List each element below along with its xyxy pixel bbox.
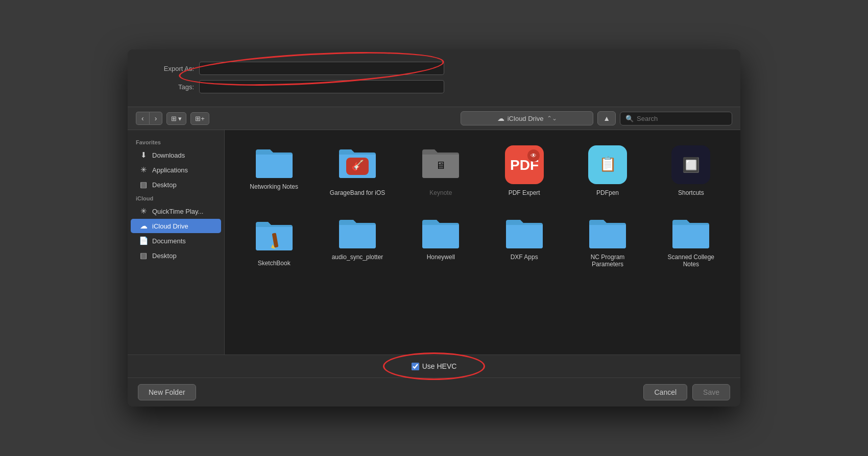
folder-icon (670, 215, 711, 249)
file-item-label: Keynote (429, 189, 452, 196)
file-item-keynote[interactable]: 🖥 Keynote (402, 140, 480, 200)
sidebar-item-documents[interactable]: 📄 Documents (131, 234, 221, 248)
file-item-label: Networking Notes (250, 183, 298, 190)
new-folder-button[interactable]: New Folder (138, 384, 196, 400)
tags-label: Tags: (148, 83, 194, 91)
search-icon: 🔍 (625, 115, 634, 122)
tags-input[interactable] (199, 80, 444, 93)
nav-buttons: ‹ › (136, 112, 162, 125)
new-folder-icon: ⊞+ (195, 115, 205, 122)
desktop-fav-icon: ▤ (139, 180, 148, 189)
search-box: 🔍 (620, 112, 732, 125)
sidebar-item-quicktime[interactable]: ✳ QuickTime Play... (131, 204, 221, 218)
sidebar-item-label: Downloads (152, 151, 185, 159)
forward-button[interactable]: › (149, 112, 163, 125)
file-item-pdf-expert[interactable]: PDF 👁 PDF Expert (485, 140, 563, 200)
file-item-sketchbook[interactable]: SketchBook (235, 211, 313, 272)
footer-middle: Use HEVC (128, 354, 740, 377)
dialog-actions: New Folder Cancel Save (128, 377, 740, 407)
folder-icon (504, 215, 545, 249)
cancel-button[interactable]: Cancel (643, 384, 687, 400)
sidebar-item-label: Documents (152, 237, 186, 245)
folder-icon (254, 144, 295, 179)
file-item-scanned-notes[interactable]: Scanned College Notes (652, 211, 730, 272)
file-item-label: GarageBand for iOS (330, 189, 385, 196)
svg-text:🎸: 🎸 (351, 159, 364, 171)
sidebar-item-label: iCloud Drive (152, 222, 188, 230)
search-input[interactable] (637, 115, 727, 122)
sidebar-item-icloud-drive[interactable]: ☁ iCloud Drive (131, 219, 221, 233)
file-item-label: DXF Apps (511, 254, 538, 261)
file-item-label: PDF Expert (509, 189, 540, 196)
icloud-drive-icon: ☁ (139, 221, 148, 231)
file-item-label: audio_sync_plotter (332, 254, 383, 261)
file-item-honeywell[interactable]: Honeywell (402, 211, 480, 272)
documents-icon: 📄 (139, 236, 148, 245)
sidebar-item-desktop-fav[interactable]: ▤ Desktop (131, 178, 221, 192)
file-item-nc-program[interactable]: NC Program Parameters (568, 211, 646, 272)
cloud-icon: ☁ (497, 114, 504, 122)
file-item-audio-sync[interactable]: audio_sync_plotter (318, 211, 396, 272)
use-hevc-checkbox[interactable] (412, 363, 419, 370)
export-as-label: Export As: (148, 65, 194, 72)
file-item-shortcuts[interactable]: 🔲 Shortcuts (652, 140, 730, 200)
file-item-label: PDFpen (596, 189, 619, 196)
sidebar-item-downloads[interactable]: ⬇ Downloads (131, 148, 221, 162)
sidebar-item-label: Desktop (152, 181, 177, 189)
tags-row: Tags: (148, 80, 720, 93)
file-item-label: SketchBook (258, 260, 291, 267)
svg-text:📋: 📋 (598, 156, 616, 172)
pdfpen-icon: 📋 (587, 144, 628, 185)
favorites-section-label: Favorites (128, 136, 224, 147)
pdf-expert-icon: PDF 👁 (504, 144, 545, 185)
folder-icon (587, 215, 628, 249)
file-item-garageband[interactable]: 🎸 GarageBand for iOS (318, 140, 396, 200)
file-item-label: Shortcuts (678, 189, 704, 196)
file-item-networking-notes[interactable]: Networking Notes (235, 140, 313, 200)
svg-text:🖥: 🖥 (436, 160, 446, 171)
action-right-buttons: Cancel Save (643, 384, 730, 400)
keynote-folder-icon: 🖥 (420, 144, 461, 185)
downloads-icon: ⬇ (139, 150, 148, 160)
save-button[interactable]: Save (692, 384, 730, 400)
sketchbook-folder-icon (254, 215, 295, 256)
up-button[interactable]: ▲ (597, 111, 616, 125)
shortcuts-icon: 🔲 (670, 144, 711, 185)
garageband-folder-icon: 🎸 (337, 144, 378, 185)
file-item-label: Honeywell (427, 254, 455, 261)
sidebar-item-desktop-icloud[interactable]: ▤ Desktop (131, 248, 221, 263)
svg-text:🔲: 🔲 (682, 157, 700, 173)
applications-icon: ✳ (139, 165, 148, 174)
icloud-section-label: iCloud (128, 192, 224, 204)
grid-view-icon: ⊞ (171, 115, 177, 122)
sidebar: Favorites ⬇ Downloads ✳ Applications ▤ D… (128, 130, 225, 354)
desktop-icloud-icon: ▤ (139, 251, 148, 260)
quicktime-icon: ✳ (139, 207, 148, 216)
file-item-pdfpen[interactable]: 📋 PDFpen (568, 140, 646, 200)
file-grid-area: Networking Notes 🎸 GarageBand for iOS (225, 130, 740, 354)
grid-view-arrow: ▾ (178, 115, 182, 122)
file-item-label: Scanned College Notes (660, 254, 721, 268)
grid-view-button[interactable]: ⊞ ▾ (166, 112, 186, 125)
sidebar-item-label: Applications (152, 166, 188, 174)
export-as-input[interactable] (199, 62, 444, 75)
new-folder-toolbar-button[interactable]: ⊞+ (190, 112, 209, 125)
export-as-row: Export As: (148, 62, 720, 75)
save-dialog: Export As: Tags: ‹ › ⊞ ▾ ⊞+ ☁ iCloud Dri… (128, 49, 740, 407)
location-label: iCloud Drive (508, 115, 544, 122)
sidebar-item-label: Desktop (152, 252, 177, 260)
file-item-label: NC Program Parameters (577, 254, 638, 268)
sidebar-item-label: QuickTime Play... (152, 208, 203, 215)
dialog-body: Favorites ⬇ Downloads ✳ Applications ▤ D… (128, 130, 740, 354)
sidebar-item-applications[interactable]: ✳ Applications (131, 163, 221, 177)
svg-text:👁: 👁 (531, 152, 537, 159)
dialog-header: Export As: Tags: (128, 49, 740, 107)
toolbar: ‹ › ⊞ ▾ ⊞+ ☁ iCloud Drive ⌃⌄ ▲ 🔍 (128, 107, 740, 130)
back-button[interactable]: ‹ (136, 112, 149, 125)
file-item-dxf-apps[interactable]: DXF Apps (485, 211, 563, 272)
file-grid: Networking Notes 🎸 GarageBand for iOS (235, 140, 730, 272)
folder-icon (420, 215, 461, 249)
use-hevc-label[interactable]: Use HEVC (412, 362, 457, 370)
location-chevron-icon: ⌃⌄ (547, 115, 557, 122)
location-button[interactable]: ☁ iCloud Drive ⌃⌄ (461, 111, 593, 125)
